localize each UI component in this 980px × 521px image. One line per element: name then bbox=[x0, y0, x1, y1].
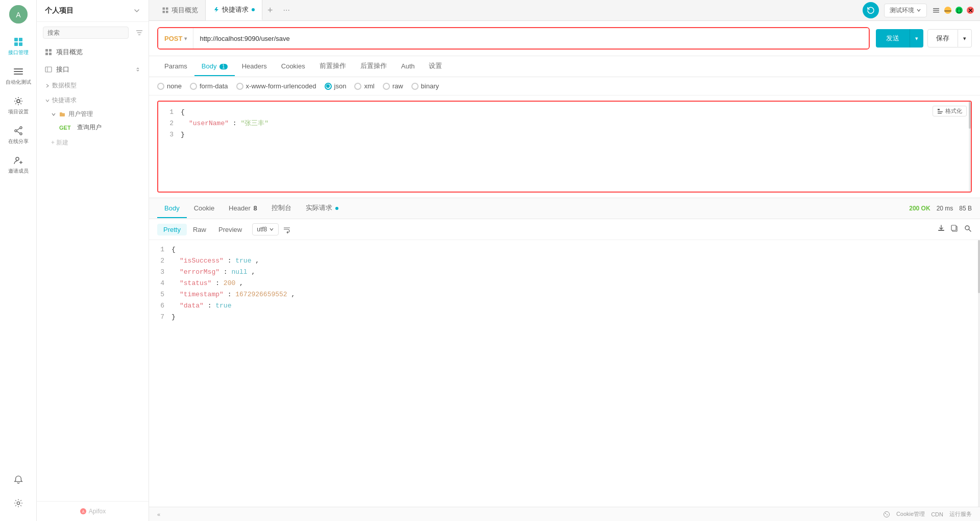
request-tabs: Params Body 1 Headers Cookies 前置操作 后置操作 … bbox=[149, 56, 980, 77]
cookie-resp-tab[interactable]: Cookie bbox=[187, 199, 222, 218]
sidebar-item-invite[interactable]: 邀请成员 bbox=[0, 150, 36, 180]
json-radio bbox=[325, 83, 332, 90]
form-data-option[interactable]: form-data bbox=[190, 82, 228, 90]
svg-point-15 bbox=[16, 157, 19, 160]
search-input[interactable] bbox=[43, 27, 129, 39]
sidebar-item-settings[interactable]: 项目设置 bbox=[0, 91, 36, 121]
format-button[interactable]: 格式化 bbox=[933, 106, 967, 116]
response-tabs: Body Cookie Header 8 控制台 实际请求 200 OK 20 … bbox=[149, 198, 980, 219]
code-editor-content[interactable]: 1 { 2 "userName" : "张三丰" 3 } bbox=[158, 102, 971, 192]
settings-req-tab[interactable]: 设置 bbox=[422, 56, 449, 77]
body-resp-tab[interactable]: Body bbox=[157, 199, 187, 218]
post-action-tab[interactable]: 后置操作 bbox=[353, 56, 394, 77]
maximize-button[interactable]: □ bbox=[955, 7, 963, 14]
minimize-button[interactable]: — bbox=[944, 7, 951, 14]
cookie-management-label[interactable]: Cookie管理 bbox=[896, 510, 925, 518]
wrap-icon[interactable] bbox=[283, 225, 291, 233]
send-dropdown-button[interactable]: ▾ bbox=[910, 29, 923, 48]
svg-point-46 bbox=[885, 513, 886, 514]
console-tab[interactable]: 控制台 bbox=[264, 198, 299, 219]
actual-request-tab[interactable]: 实际请求 bbox=[299, 198, 346, 219]
cookies-tab[interactable]: Cookies bbox=[274, 57, 312, 76]
data-model-section[interactable]: 数据模型 bbox=[37, 78, 149, 93]
api-icon bbox=[45, 66, 52, 73]
tab-add-button[interactable]: + bbox=[262, 5, 278, 16]
raw-tab[interactable]: Raw bbox=[187, 224, 212, 235]
sidebar-item-automation[interactable]: 自动化测试 bbox=[0, 61, 36, 91]
svg-point-43 bbox=[965, 226, 969, 230]
filter-button[interactable] bbox=[133, 26, 146, 39]
env-selector[interactable]: 测试环境 bbox=[884, 4, 927, 17]
pre-action-tab[interactable]: 前置操作 bbox=[312, 56, 353, 77]
copy-button[interactable] bbox=[950, 224, 959, 234]
avatar[interactable]: A bbox=[9, 5, 28, 23]
search-resp-button[interactable] bbox=[964, 224, 972, 234]
headers-tab[interactable]: Headers bbox=[235, 57, 274, 76]
chevron-right-icon bbox=[45, 83, 50, 88]
tab-more-button[interactable]: ··· bbox=[278, 6, 295, 15]
tab-project-overview[interactable]: 项目概览 bbox=[155, 0, 206, 20]
x-www-form-option[interactable]: x-www-form-urlencoded bbox=[236, 82, 316, 90]
binary-option[interactable]: binary bbox=[411, 82, 439, 90]
json-option[interactable]: json bbox=[325, 82, 347, 90]
request-body-editor[interactable]: 格式化 1 { 2 "userName" : "张三丰" 3 } bbox=[157, 101, 972, 193]
none-option[interactable]: none bbox=[157, 82, 182, 90]
action-buttons: 发送 ▾ 保存 ▾ bbox=[876, 29, 972, 48]
sidebar-item-share[interactable]: 在线分享 bbox=[0, 121, 36, 150]
svg-rect-30 bbox=[163, 8, 165, 10]
sidebar-item-interface[interactable]: 接口管理 bbox=[0, 32, 36, 61]
preview-tab[interactable]: Preview bbox=[212, 224, 248, 235]
encoding-chevron-icon bbox=[269, 227, 274, 232]
scrollbar-thumb bbox=[969, 102, 971, 129]
collapse-sidebar-button[interactable]: « bbox=[157, 511, 160, 517]
folder-icon bbox=[59, 111, 65, 117]
method-chevron-icon: ▾ bbox=[184, 36, 187, 41]
xml-option[interactable]: xml bbox=[354, 82, 374, 90]
actual-request-dot bbox=[335, 207, 338, 210]
body-type-options: none form-data x-www-form-urlencoded jso… bbox=[149, 77, 980, 96]
refresh-button[interactable] bbox=[863, 2, 879, 18]
svg-line-14 bbox=[17, 131, 20, 133]
editor-scrollbar[interactable] bbox=[969, 102, 971, 192]
quick-request-section[interactable]: 快捷请求 bbox=[37, 93, 149, 108]
response-body: 1 { 2 "isSuccess" : true , 3 bbox=[149, 240, 980, 327]
gear-button[interactable] bbox=[14, 493, 23, 513]
method-selector[interactable]: POST ▾ bbox=[158, 28, 193, 49]
auth-tab[interactable]: Auth bbox=[394, 57, 422, 76]
sidebar-item-interface[interactable]: 接口 bbox=[37, 61, 149, 78]
query-user-api-item[interactable]: GET 查询用户 bbox=[37, 121, 149, 134]
close-button[interactable]: ✕ bbox=[967, 7, 974, 14]
new-item-button[interactable]: + 新建 bbox=[37, 134, 149, 151]
params-tab[interactable]: Params bbox=[157, 57, 194, 76]
url-input[interactable] bbox=[193, 28, 869, 49]
sidebar-item-project-overview[interactable]: 项目概览 bbox=[37, 43, 149, 61]
save-dropdown-button[interactable]: ▾ bbox=[958, 29, 972, 48]
service-label[interactable]: 运行服务 bbox=[949, 510, 972, 518]
svg-rect-42 bbox=[951, 225, 956, 230]
encoding-selector[interactable]: utf8 bbox=[252, 223, 279, 235]
main-content: 项目概览 快捷请求 + ··· 测试环境 bbox=[149, 0, 980, 521]
tab-bar-right: 测试环境 — □ ✕ bbox=[863, 2, 974, 18]
svg-rect-25 bbox=[49, 53, 52, 55]
pretty-tab[interactable]: Pretty bbox=[157, 224, 187, 235]
save-button[interactable]: 保存 bbox=[927, 29, 958, 48]
menu-icon[interactable] bbox=[932, 6, 940, 14]
header-resp-tab[interactable]: Header 8 bbox=[222, 199, 264, 218]
chevron-down-folder-icon bbox=[51, 112, 56, 117]
tab-quick-request[interactable]: 快捷请求 bbox=[206, 0, 262, 20]
svg-rect-39 bbox=[938, 113, 942, 114]
settings-nav-icon bbox=[13, 96, 23, 106]
download-button[interactable] bbox=[937, 224, 945, 234]
svg-rect-23 bbox=[49, 49, 52, 52]
bell-button[interactable] bbox=[14, 470, 23, 489]
body-tab[interactable]: Body 1 bbox=[194, 57, 235, 76]
svg-rect-40 bbox=[938, 230, 944, 231]
request-area: POST ▾ 发送 ▾ 保存 ▾ bbox=[149, 21, 980, 56]
raw-option[interactable]: raw bbox=[383, 82, 403, 90]
svg-text:A: A bbox=[16, 11, 21, 19]
send-button[interactable]: 发送 bbox=[876, 29, 910, 48]
collapse-icon bbox=[135, 67, 140, 72]
method-label: POST bbox=[164, 35, 182, 42]
user-management-folder[interactable]: 用户管理 bbox=[37, 108, 149, 121]
resp-scrollbar[interactable] bbox=[978, 240, 980, 507]
